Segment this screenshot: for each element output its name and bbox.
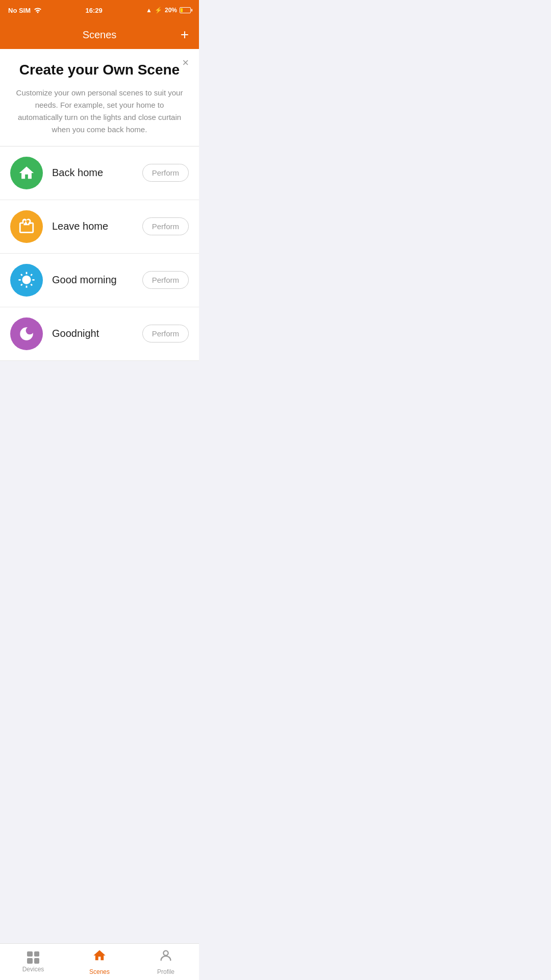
scene-icon-back-home [10, 157, 43, 189]
spacer [0, 361, 199, 391]
add-scene-button[interactable]: + [181, 27, 189, 43]
status-bar: No SIM 16:29 ▲ ⚡ 20% [0, 0, 199, 20]
promo-description: Customize your own personal scenes to su… [12, 87, 187, 136]
scene-icon-goodnight [10, 317, 43, 350]
location-icon: ▲ [146, 7, 152, 14]
battery-percent: 20% [165, 7, 177, 14]
wifi-icon [34, 6, 42, 15]
perform-button-back-home[interactable]: Perform [142, 164, 189, 182]
scene-icon-good-morning [10, 264, 43, 297]
scene-list: Back home Perform Leave home Perform Goo… [0, 146, 199, 361]
perform-button-goodnight[interactable]: Perform [142, 325, 189, 342]
promo-card: × Create your Own Scene Customize your o… [0, 49, 199, 146]
time-text: 16:29 [85, 7, 102, 14]
scene-item-leave-home[interactable]: Leave home Perform [0, 200, 199, 254]
carrier-text: No SIM [8, 7, 31, 14]
battery-fill [181, 8, 183, 12]
scene-name-good-morning: Good morning [52, 274, 133, 286]
perform-button-leave-home[interactable]: Perform [142, 217, 189, 235]
status-left: No SIM [8, 6, 42, 15]
bluetooth-icon: ⚡ [155, 7, 162, 14]
perform-button-good-morning[interactable]: Perform [142, 271, 189, 289]
battery-icon [180, 7, 191, 13]
main-content: × Create your Own Scene Customize your o… [0, 49, 199, 391]
scene-item-good-morning[interactable]: Good morning Perform [0, 254, 199, 307]
scene-icon-leave-home [10, 210, 43, 243]
promo-title: Create your Own Scene [12, 61, 187, 79]
scene-item-goodnight[interactable]: Goodnight Perform [0, 307, 199, 361]
close-button[interactable]: × [182, 57, 189, 68]
header-title: Scenes [83, 29, 117, 41]
scene-item-back-home[interactable]: Back home Perform [0, 146, 199, 200]
status-right: ▲ ⚡ 20% [146, 7, 191, 14]
scene-name-goodnight: Goodnight [52, 328, 133, 339]
scene-name-leave-home: Leave home [52, 220, 133, 232]
scene-name-back-home: Back home [52, 167, 133, 179]
app-header: Scenes + [0, 20, 199, 49]
